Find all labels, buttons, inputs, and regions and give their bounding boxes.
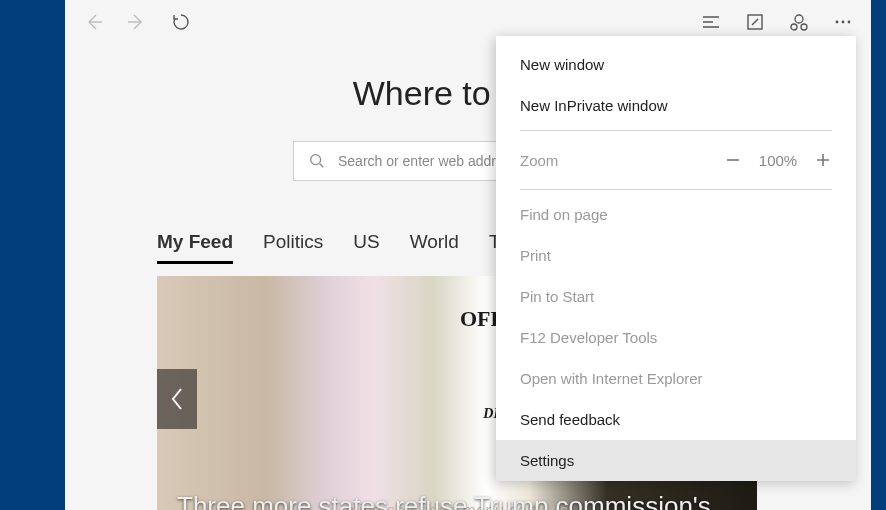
refresh-button[interactable] <box>163 4 199 40</box>
tab-my-feed[interactable]: My Feed <box>157 231 233 264</box>
svg-point-7 <box>311 155 321 165</box>
menu-new-window[interactable]: New window <box>496 44 856 85</box>
arrow-left-icon <box>83 12 103 32</box>
hub-icon <box>701 12 721 32</box>
menu-find[interactable]: Find on page <box>496 194 856 235</box>
minus-icon <box>724 151 742 169</box>
zoom-in-button[interactable] <box>808 145 838 175</box>
menu-open-ie[interactable]: Open with Internet Explorer <box>496 358 856 399</box>
menu-separator <box>520 189 832 190</box>
more-menu: New window New InPrivate window Zoom 100… <box>496 36 856 481</box>
menu-settings[interactable]: Settings <box>496 440 856 481</box>
svg-point-4 <box>836 21 839 24</box>
share-button[interactable] <box>781 4 817 40</box>
search-icon <box>308 152 326 170</box>
plus-icon <box>814 151 832 169</box>
hub-button[interactable] <box>693 4 729 40</box>
svg-point-1 <box>795 15 803 23</box>
browser-window: Where to next? My Feed Politics US World… <box>65 0 871 510</box>
arrow-right-icon <box>127 12 147 32</box>
back-button[interactable] <box>75 4 111 40</box>
svg-point-2 <box>791 24 797 30</box>
tab-world[interactable]: World <box>410 231 459 264</box>
zoom-out-button[interactable] <box>718 145 748 175</box>
svg-point-6 <box>848 21 851 24</box>
hero-prev-button[interactable] <box>157 369 197 429</box>
share-icon <box>789 12 809 32</box>
note-icon <box>745 12 765 32</box>
tab-politics[interactable]: Politics <box>263 231 323 264</box>
webnote-button[interactable] <box>737 4 773 40</box>
refresh-icon <box>171 12 191 32</box>
zoom-value: 100% <box>748 152 808 169</box>
forward-button[interactable] <box>119 4 155 40</box>
svg-point-5 <box>842 21 845 24</box>
menu-print[interactable]: Print <box>496 235 856 276</box>
menu-pin[interactable]: Pin to Start <box>496 276 856 317</box>
menu-separator <box>520 130 832 131</box>
menu-zoom-row: Zoom 100% <box>496 135 856 185</box>
zoom-label: Zoom <box>520 152 718 169</box>
more-button[interactable] <box>825 4 861 40</box>
more-icon <box>833 12 853 32</box>
chevron-left-icon <box>169 387 185 411</box>
menu-new-inprivate[interactable]: New InPrivate window <box>496 85 856 126</box>
tab-us[interactable]: US <box>353 231 379 264</box>
menu-devtools[interactable]: F12 Developer Tools <box>496 317 856 358</box>
svg-point-3 <box>801 24 807 30</box>
menu-feedback[interactable]: Send feedback <box>496 399 856 440</box>
